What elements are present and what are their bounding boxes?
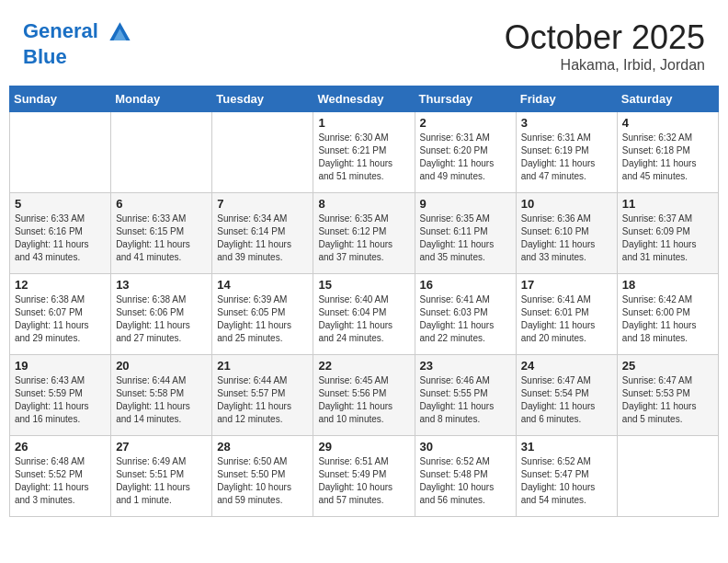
calendar-cell: 23Sunrise: 6:46 AM Sunset: 5:55 PM Dayli… bbox=[415, 355, 516, 436]
day-number: 14 bbox=[217, 278, 308, 292]
calendar-body: 1Sunrise: 6:30 AM Sunset: 6:21 PM Daylig… bbox=[10, 112, 719, 517]
calendar-cell: 2Sunrise: 6:31 AM Sunset: 6:20 PM Daylig… bbox=[415, 112, 516, 193]
day-number: 11 bbox=[622, 197, 713, 211]
calendar-cell: 31Sunrise: 6:52 AM Sunset: 5:47 PM Dayli… bbox=[516, 436, 617, 517]
day-info: Sunrise: 6:34 AM Sunset: 6:14 PM Dayligh… bbox=[217, 213, 308, 264]
day-info: Sunrise: 6:41 AM Sunset: 6:03 PM Dayligh… bbox=[420, 293, 511, 345]
calendar-cell: 25Sunrise: 6:47 AM Sunset: 5:53 PM Dayli… bbox=[617, 355, 718, 436]
calendar-cell: 17Sunrise: 6:41 AM Sunset: 6:01 PM Dayli… bbox=[516, 274, 617, 355]
day-info: Sunrise: 6:33 AM Sunset: 6:16 PM Dayligh… bbox=[15, 213, 106, 264]
calendar-cell: 4Sunrise: 6:32 AM Sunset: 6:18 PM Daylig… bbox=[617, 112, 718, 193]
calendar-cell: 9Sunrise: 6:35 AM Sunset: 6:11 PM Daylig… bbox=[415, 193, 516, 274]
calendar-week-row: 12Sunrise: 6:38 AM Sunset: 6:07 PM Dayli… bbox=[10, 274, 719, 355]
calendar-week-row: 19Sunrise: 6:43 AM Sunset: 5:59 PM Dayli… bbox=[10, 355, 719, 436]
calendar-cell: 12Sunrise: 6:38 AM Sunset: 6:07 PM Dayli… bbox=[10, 274, 111, 355]
calendar-cell: 29Sunrise: 6:51 AM Sunset: 5:49 PM Dayli… bbox=[313, 436, 415, 517]
calendar-cell: 30Sunrise: 6:52 AM Sunset: 5:48 PM Dayli… bbox=[415, 436, 516, 517]
calendar-cell: 13Sunrise: 6:38 AM Sunset: 6:06 PM Dayli… bbox=[111, 274, 212, 355]
day-number: 16 bbox=[420, 278, 511, 292]
day-number: 28 bbox=[217, 440, 308, 454]
calendar-cell: 8Sunrise: 6:35 AM Sunset: 6:12 PM Daylig… bbox=[313, 193, 415, 274]
weekday-header-cell: Friday bbox=[516, 86, 617, 112]
calendar-table: SundayMondayTuesdayWednesdayThursdayFrid… bbox=[9, 86, 719, 517]
calendar-cell: 6Sunrise: 6:33 AM Sunset: 6:15 PM Daylig… bbox=[111, 193, 212, 274]
day-info: Sunrise: 6:44 AM Sunset: 5:58 PM Dayligh… bbox=[116, 374, 207, 426]
logo-blue: Blue bbox=[23, 46, 133, 68]
day-number: 23 bbox=[420, 359, 511, 373]
day-info: Sunrise: 6:42 AM Sunset: 6:00 PM Dayligh… bbox=[622, 293, 713, 345]
weekday-header-row: SundayMondayTuesdayWednesdayThursdayFrid… bbox=[10, 86, 719, 112]
day-number: 18 bbox=[622, 278, 713, 292]
calendar-cell: 3Sunrise: 6:31 AM Sunset: 6:19 PM Daylig… bbox=[516, 112, 617, 193]
page-header: General Blue October 2025 Hakama, Irbid,… bbox=[9, 9, 719, 78]
day-info: Sunrise: 6:50 AM Sunset: 5:50 PM Dayligh… bbox=[217, 455, 308, 507]
day-info: Sunrise: 6:52 AM Sunset: 5:47 PM Dayligh… bbox=[521, 455, 612, 507]
day-number: 13 bbox=[116, 278, 207, 292]
day-info: Sunrise: 6:35 AM Sunset: 6:12 PM Dayligh… bbox=[318, 213, 409, 264]
calendar-cell: 22Sunrise: 6:45 AM Sunset: 5:56 PM Dayli… bbox=[313, 355, 415, 436]
day-info: Sunrise: 6:30 AM Sunset: 6:21 PM Dayligh… bbox=[318, 132, 409, 183]
calendar-cell: 11Sunrise: 6:37 AM Sunset: 6:09 PM Dayli… bbox=[617, 193, 718, 274]
calendar-cell: 14Sunrise: 6:39 AM Sunset: 6:05 PM Dayli… bbox=[212, 274, 313, 355]
day-number: 29 bbox=[318, 440, 409, 454]
calendar-cell: 15Sunrise: 6:40 AM Sunset: 6:04 PM Dayli… bbox=[313, 274, 415, 355]
day-number: 6 bbox=[116, 197, 207, 211]
day-info: Sunrise: 6:38 AM Sunset: 6:06 PM Dayligh… bbox=[116, 293, 207, 345]
calendar-cell: 24Sunrise: 6:47 AM Sunset: 5:54 PM Dayli… bbox=[516, 355, 617, 436]
day-info: Sunrise: 6:35 AM Sunset: 6:11 PM Dayligh… bbox=[420, 213, 511, 264]
day-number: 9 bbox=[420, 197, 511, 211]
title-block: October 2025 Hakama, Irbid, Jordan bbox=[505, 18, 705, 74]
day-number: 31 bbox=[521, 440, 612, 454]
logo: General Blue bbox=[23, 18, 133, 68]
day-number: 2 bbox=[420, 116, 511, 130]
day-info: Sunrise: 6:48 AM Sunset: 5:52 PM Dayligh… bbox=[15, 455, 106, 507]
day-number: 30 bbox=[420, 440, 511, 454]
day-number: 21 bbox=[217, 359, 308, 373]
day-info: Sunrise: 6:44 AM Sunset: 5:57 PM Dayligh… bbox=[217, 374, 308, 426]
calendar-cell bbox=[10, 112, 111, 193]
day-number: 1 bbox=[318, 116, 409, 130]
day-info: Sunrise: 6:31 AM Sunset: 6:19 PM Dayligh… bbox=[521, 132, 612, 183]
day-number: 15 bbox=[318, 278, 409, 292]
day-number: 5 bbox=[15, 197, 106, 211]
calendar-week-row: 1Sunrise: 6:30 AM Sunset: 6:21 PM Daylig… bbox=[10, 112, 719, 193]
day-number: 4 bbox=[622, 116, 713, 130]
day-info: Sunrise: 6:37 AM Sunset: 6:09 PM Dayligh… bbox=[622, 213, 713, 264]
calendar-cell: 5Sunrise: 6:33 AM Sunset: 6:16 PM Daylig… bbox=[10, 193, 111, 274]
day-number: 26 bbox=[15, 440, 106, 454]
location: Hakama, Irbid, Jordan bbox=[505, 57, 705, 74]
day-number: 3 bbox=[521, 116, 612, 130]
weekday-header-cell: Thursday bbox=[415, 86, 516, 112]
day-info: Sunrise: 6:41 AM Sunset: 6:01 PM Dayligh… bbox=[521, 293, 612, 345]
calendar-cell bbox=[111, 112, 212, 193]
day-number: 25 bbox=[622, 359, 713, 373]
calendar-cell bbox=[212, 112, 313, 193]
month-title: October 2025 bbox=[505, 18, 705, 57]
calendar-cell: 10Sunrise: 6:36 AM Sunset: 6:10 PM Dayli… bbox=[516, 193, 617, 274]
day-number: 24 bbox=[521, 359, 612, 373]
day-number: 8 bbox=[318, 197, 409, 211]
day-info: Sunrise: 6:46 AM Sunset: 5:55 PM Dayligh… bbox=[420, 374, 511, 426]
day-info: Sunrise: 6:40 AM Sunset: 6:04 PM Dayligh… bbox=[318, 293, 409, 345]
day-info: Sunrise: 6:52 AM Sunset: 5:48 PM Dayligh… bbox=[420, 455, 511, 507]
day-number: 20 bbox=[116, 359, 207, 373]
day-info: Sunrise: 6:49 AM Sunset: 5:51 PM Dayligh… bbox=[116, 455, 207, 507]
day-number: 10 bbox=[521, 197, 612, 211]
calendar-week-row: 26Sunrise: 6:48 AM Sunset: 5:52 PM Dayli… bbox=[10, 436, 719, 517]
calendar-cell: 18Sunrise: 6:42 AM Sunset: 6:00 PM Dayli… bbox=[617, 274, 718, 355]
calendar-cell: 28Sunrise: 6:50 AM Sunset: 5:50 PM Dayli… bbox=[212, 436, 313, 517]
day-info: Sunrise: 6:43 AM Sunset: 5:59 PM Dayligh… bbox=[15, 374, 106, 426]
day-info: Sunrise: 6:39 AM Sunset: 6:05 PM Dayligh… bbox=[217, 293, 308, 345]
day-number: 17 bbox=[521, 278, 612, 292]
calendar-cell: 7Sunrise: 6:34 AM Sunset: 6:14 PM Daylig… bbox=[212, 193, 313, 274]
weekday-header-cell: Wednesday bbox=[313, 86, 415, 112]
day-info: Sunrise: 6:32 AM Sunset: 6:18 PM Dayligh… bbox=[622, 132, 713, 183]
day-info: Sunrise: 6:33 AM Sunset: 6:15 PM Dayligh… bbox=[116, 213, 207, 264]
weekday-header-cell: Sunday bbox=[10, 86, 111, 112]
logo-icon bbox=[106, 18, 133, 46]
day-info: Sunrise: 6:36 AM Sunset: 6:10 PM Dayligh… bbox=[521, 213, 612, 264]
day-info: Sunrise: 6:38 AM Sunset: 6:07 PM Dayligh… bbox=[15, 293, 106, 345]
day-info: Sunrise: 6:51 AM Sunset: 5:49 PM Dayligh… bbox=[318, 455, 409, 507]
day-info: Sunrise: 6:31 AM Sunset: 6:20 PM Dayligh… bbox=[420, 132, 511, 183]
calendar-cell: 16Sunrise: 6:41 AM Sunset: 6:03 PM Dayli… bbox=[415, 274, 516, 355]
